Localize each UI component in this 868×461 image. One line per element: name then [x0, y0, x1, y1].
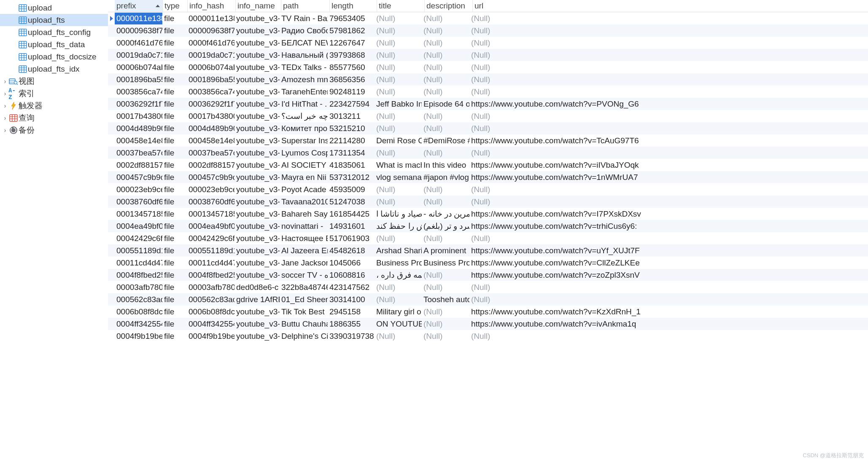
cell-url[interactable]: (Null) [469, 196, 642, 208]
cell-type[interactable]: file [162, 318, 187, 330]
cell-info_hash[interactable]: 00006b074ab [187, 62, 235, 73]
cell-info_name[interactable]: youtube_v3-I [235, 123, 280, 134]
cell-length[interactable]: 51247038 [328, 196, 375, 208]
cell-length[interactable]: 2945158 [328, 306, 375, 318]
cell-description[interactable]: (Null) [422, 123, 469, 134]
cell-type[interactable]: file [162, 25, 187, 37]
cell-info_hash[interactable]: 000562c83ac [187, 294, 235, 306]
cell-prefix[interactable]: 00037bea57c [115, 147, 162, 159]
cell-type[interactable]: file [162, 257, 187, 269]
cell-info_hash[interactable]: 0006b08f8dc [187, 306, 235, 318]
table-row[interactable]: 0001896ba55file0001896ba55youtube_v3-IAm… [108, 73, 868, 86]
cell-description[interactable]: (Null) [422, 37, 469, 49]
table-row[interactable]: 0004ea49bf0file0004ea49bf0youtube_v3-tno… [108, 220, 868, 232]
column-header-path[interactable]: path [281, 0, 329, 12]
cell-description[interactable]: (Null) [422, 306, 469, 318]
cell-path[interactable]: TV Rain - Вах [280, 13, 328, 24]
cell-length[interactable]: 10608816 [328, 269, 375, 281]
cell-type[interactable]: file [162, 37, 187, 49]
table-row[interactable]: 0004f8fbed25file0004f8fbed25youtube_v3-s… [108, 269, 868, 281]
cell-description[interactable]: (Null) [422, 184, 469, 196]
cell-info_name[interactable]: youtube_v3-I [235, 86, 280, 98]
cell-info_name[interactable]: youtube_v3-J [235, 257, 280, 269]
cell-description[interactable]: (Null) [422, 147, 469, 159]
cell-title[interactable]: اره صياد و ناتاشا ا [375, 208, 422, 220]
cell-prefix[interactable]: 00038760df6 [115, 196, 162, 208]
cell-url[interactable]: https://www.youtube.com/watch?v=zoZpl3Xs… [469, 269, 642, 281]
cell-title[interactable]: (Null) [375, 62, 422, 73]
cell-url[interactable]: https://www.youtube.com/watch?v=TcAuG97T… [469, 135, 642, 147]
cell-description[interactable]: (Null) [422, 62, 469, 73]
table-row[interactable]: 000009638f7file000009638f7youtube_v3-IРа… [108, 24, 868, 37]
cell-description[interactable]: (Null) [422, 318, 469, 330]
cell-length[interactable]: 45935009 [328, 184, 375, 196]
cell-title[interactable]: (Null) [375, 184, 422, 196]
table-row[interactable]: 0000011e138file0000011e138youtube_v3-ITV… [108, 12, 868, 24]
column-header-info-hash[interactable]: info_hash [188, 0, 235, 12]
cell-length[interactable]: 1045066 [328, 257, 375, 269]
tree-node[interactable]: ›视图 [0, 75, 108, 87]
cell-path[interactable]: БЕЛСАТ NEW [280, 37, 328, 49]
cell-description[interactable]: (Null) [422, 49, 469, 61]
cell-type[interactable]: file [162, 172, 187, 183]
column-header-prefix[interactable]: prefix [115, 0, 162, 12]
cell-description[interactable]: چ سرد و تر (بلغم) [422, 220, 469, 232]
cell-title[interactable]: (Null) [375, 147, 422, 159]
cell-type[interactable]: file [162, 294, 187, 306]
cell-info_hash[interactable]: 0004ea49bf0 [187, 220, 235, 232]
cell-length[interactable]: 12267647 [328, 37, 375, 49]
tree-node[interactable]: ›查询 [0, 112, 108, 124]
column-header-length[interactable]: length [330, 0, 377, 12]
cell-path[interactable]: novinattari - [280, 220, 328, 232]
cell-length[interactable]: 3390319738 [328, 330, 375, 342]
cell-type[interactable]: file [162, 233, 187, 244]
table-row[interactable]: 0006b08f8dcfile0006b08f8dcyoutube_v3-ITi… [108, 306, 868, 318]
cell-info_name[interactable]: youtube_v3-i [235, 318, 280, 330]
cell-prefix[interactable]: 00042429c6f [115, 233, 162, 244]
cell-info_name[interactable]: youtube_v3-I [235, 74, 280, 86]
cell-info_hash[interactable]: 0003856ca74 [187, 86, 235, 98]
cell-info_name[interactable]: youtube_v3-s [235, 269, 280, 281]
cell-url[interactable]: (Null) [469, 86, 642, 98]
cell-url[interactable]: https://www.youtube.com/watch?v=I7PXskDX… [469, 208, 642, 220]
cell-path[interactable]: Jane Jackson [280, 257, 328, 269]
cell-title[interactable]: What is mach [375, 159, 422, 171]
cell-prefix[interactable]: 00019da0c71 [115, 49, 162, 61]
cell-info_hash[interactable]: 00019da0c71 [187, 49, 235, 61]
cell-type[interactable]: file [162, 98, 187, 110]
expand-arrow-icon[interactable]: › [2, 115, 8, 121]
expand-arrow-icon[interactable]: › [2, 127, 8, 134]
cell-title[interactable]: (Null) [375, 281, 422, 293]
cell-length[interactable]: 517061903 [328, 233, 375, 244]
cell-length[interactable]: 45482618 [328, 245, 375, 257]
cell-prefix[interactable]: 000023eb9ce [115, 184, 162, 196]
cell-info_name[interactable]: youtube_v3-I [235, 98, 280, 110]
cell-path[interactable]: TaranehEnter [280, 86, 328, 98]
tree-table-item[interactable]: upload_fts_idx [0, 63, 108, 75]
expand-arrow-icon[interactable]: › [2, 102, 8, 109]
cell-type[interactable]: file [162, 110, 187, 122]
cell-type[interactable]: file [162, 49, 187, 61]
cell-description[interactable]: Business Pro [422, 257, 469, 269]
cell-path[interactable]: اند چه خبر است؟- [280, 110, 328, 122]
cell-title[interactable]: (Null) [375, 294, 422, 306]
cell-title[interactable]: (Null) [375, 123, 422, 134]
cell-length[interactable]: 161854425 [328, 208, 375, 220]
cell-path[interactable]: Bahareh Say [280, 208, 328, 220]
cell-path[interactable]: Настоящее Е [280, 233, 328, 244]
cell-path[interactable]: TEDx Talks - I [280, 62, 328, 73]
column-header-type[interactable]: type [163, 0, 187, 12]
cell-info_name[interactable]: youtube_v3-I [235, 233, 280, 244]
table-row[interactable]: 00003afb780file00003afb780ded0d8e6-c322b… [108, 281, 868, 293]
cell-description[interactable]: (Null) [422, 13, 469, 24]
cell-path[interactable]: I'd HitThat - . [280, 98, 328, 110]
cell-info_hash[interactable]: 00011cd4d47 [187, 257, 235, 269]
cell-description[interactable]: In this video [422, 159, 469, 171]
cell-prefix[interactable]: 0004ea49bf0 [115, 220, 162, 232]
table-row[interactable]: 00011cd4d47file00011cd4d47youtube_v3-JJa… [108, 257, 868, 269]
cell-path[interactable]: Tavaana2010 [280, 196, 328, 208]
cell-type[interactable]: file [162, 196, 187, 208]
cell-type[interactable]: file [162, 135, 187, 147]
column-header-url[interactable]: url [473, 0, 646, 12]
cell-url[interactable]: (Null) [469, 123, 642, 134]
